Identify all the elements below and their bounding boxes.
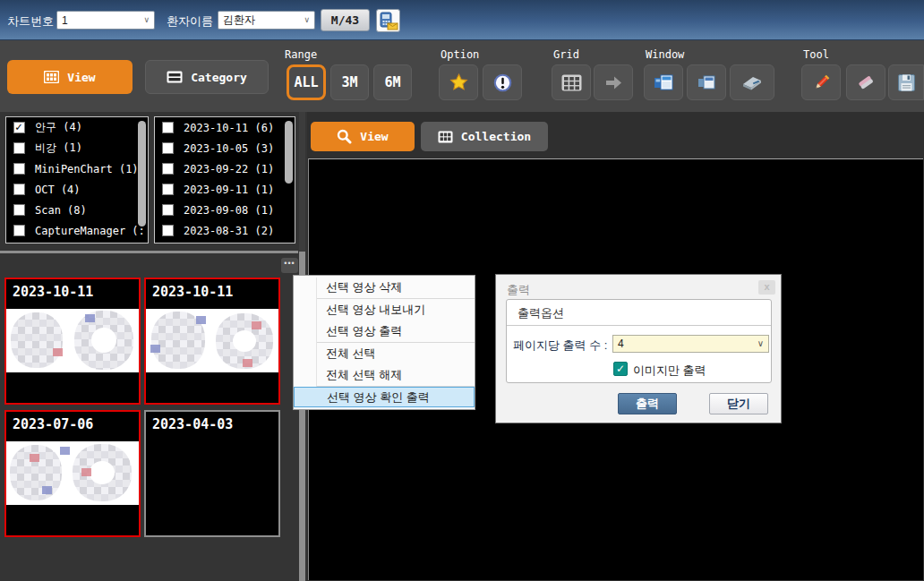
list-item[interactable]: 2023-10-05 (3) xyxy=(155,138,295,158)
patient-header-bar: 차트번호 1 ∨ 환자이름 김환자 ∨ M/43 xyxy=(0,0,924,40)
checkbox[interactable] xyxy=(162,163,174,175)
menu-item-confirm-print-selected[interactable]: 선택 영상 확인 출력 xyxy=(294,387,475,407)
tab-collection-label: Collection xyxy=(461,130,531,143)
list-item[interactable]: 2023-09-11 (1) xyxy=(155,179,295,200)
context-menu: 선택 영상 삭제 선택 영상 내보내기 선택 영상 출력 전체 선택 전체 선택… xyxy=(293,275,475,410)
panel-splitter xyxy=(0,251,298,253)
view-mode-button[interactable]: View xyxy=(7,60,133,94)
arrow-right-icon xyxy=(605,76,622,90)
menu-item-export-selected[interactable]: 선택 영상 내보내기 xyxy=(294,299,475,320)
checkbox[interactable] xyxy=(162,225,174,236)
checkbox[interactable] xyxy=(13,225,25,236)
thumbnail-unselected[interactable]: 2023-04-03 xyxy=(144,410,280,537)
date-list-scrollbar[interactable] xyxy=(285,121,293,184)
study-browser-panel: ✓ 안구 (4) 비강 (1) MiniPenChart (1) OCT (4)… xyxy=(0,112,307,581)
star-icon xyxy=(449,73,468,91)
eraser-tool-button[interactable] xyxy=(846,64,886,100)
main-toolbar: View Category Range ALL 3M 6M Option xyxy=(0,40,924,112)
menu-item-delete-selected[interactable]: 선택 영상 삭제 xyxy=(294,277,475,298)
tab-view-label: View xyxy=(360,130,388,143)
scanner-button[interactable] xyxy=(730,64,774,100)
close-button[interactable]: 닫기 xyxy=(709,393,768,414)
category-list-icon xyxy=(167,71,183,83)
checkbox[interactable]: ✓ xyxy=(13,122,25,133)
important-button[interactable] xyxy=(483,64,522,100)
pen-tool-button[interactable] xyxy=(801,64,841,100)
window-secondary-button[interactable] xyxy=(687,64,726,100)
search-icon xyxy=(337,129,352,144)
chevron-down-icon: ∨ xyxy=(143,16,150,24)
per-page-select[interactable]: 4 ∨ xyxy=(612,335,769,353)
chevron-down-icon: ∨ xyxy=(757,339,764,348)
close-icon[interactable]: x xyxy=(758,280,775,295)
list-item[interactable]: 2023-09-22 (1) xyxy=(155,158,295,179)
category-list-scrollbar[interactable] xyxy=(138,121,146,226)
more-options-button[interactable]: ••• xyxy=(281,258,298,273)
checkbox[interactable] xyxy=(13,184,25,195)
send-to-device-button[interactable] xyxy=(376,9,400,32)
patient-name-value: 김환자 xyxy=(223,13,255,28)
category-mode-button[interactable]: Category xyxy=(145,60,269,94)
image-only-checkbox[interactable]: ✓ xyxy=(613,362,628,376)
list-item[interactable]: MiniPenChart (1) xyxy=(6,158,148,179)
thumbnail-date: 2023-10-11 xyxy=(13,284,93,300)
grid-view-icon xyxy=(44,71,59,83)
list-item[interactable]: 2023-08-31 (2) xyxy=(155,220,295,241)
range-all-button[interactable]: ALL xyxy=(287,64,326,100)
list-item[interactable]: CaptureManager (: xyxy=(6,220,148,241)
checkbox[interactable] xyxy=(162,204,174,216)
menu-item-print-selected[interactable]: 선택 영상 출력 xyxy=(294,320,475,342)
tab-view[interactable]: View xyxy=(311,122,415,151)
thumbnail-selected[interactable]: 2023-10-11 xyxy=(144,278,280,405)
list-item[interactable]: Scan (8) xyxy=(6,200,148,220)
list-item[interactable]: 2023-09-08 (1) xyxy=(155,200,295,220)
option-section-label: Option xyxy=(441,48,479,61)
thumbnail-date: 2023-07-06 xyxy=(13,416,93,432)
window-primary-button[interactable] xyxy=(644,64,683,100)
checkbox[interactable] xyxy=(162,184,174,195)
eraser-icon xyxy=(856,73,876,91)
checkbox[interactable] xyxy=(13,142,25,154)
list-item[interactable]: OCT (4) xyxy=(6,179,148,200)
per-page-value: 4 xyxy=(618,337,624,350)
chart-number-select[interactable]: 1 ∨ xyxy=(56,11,155,30)
view-button-label: View xyxy=(67,71,95,84)
category-button-label: Category xyxy=(191,71,247,84)
category-filter-list: ✓ 안구 (4) 비강 (1) MiniPenChart (1) OCT (4)… xyxy=(5,116,149,244)
thumbnail-image xyxy=(146,309,278,372)
range-3m-button[interactable]: 3M xyxy=(330,64,369,100)
thumbnail-date: 2023-04-03 xyxy=(152,416,233,432)
list-item[interactable]: 비강 (1) xyxy=(6,138,148,158)
grid-section-label: Grid xyxy=(553,48,579,61)
tab-collection[interactable]: Collection xyxy=(421,122,548,151)
window-section-label: Window xyxy=(646,48,684,61)
menu-item-select-all[interactable]: 전체 선택 xyxy=(294,343,475,364)
list-item[interactable]: ✓ 안구 (4) xyxy=(6,117,148,138)
check-icon: ✓ xyxy=(616,363,625,375)
apply-grid-button[interactable] xyxy=(594,64,633,100)
image-only-label: 이미지만 출력 xyxy=(633,363,706,379)
chart-number-value: 1 xyxy=(62,14,68,27)
device-message-icon xyxy=(379,12,398,30)
print-button[interactable]: 출력 xyxy=(618,393,677,414)
tool-section-label: Tool xyxy=(803,48,829,61)
checkbox[interactable] xyxy=(162,142,174,154)
print-options-group: 출력옵션 페이지당 출력 수 : 4 ∨ ✓ 이미지만 출력 xyxy=(506,299,772,383)
save-tool-button[interactable] xyxy=(888,64,924,100)
thumbnail-image xyxy=(6,441,139,505)
range-6m-button[interactable]: 6M xyxy=(373,64,412,100)
application-window: 차트번호 1 ∨ 환자이름 김환자 ∨ M/43 xyxy=(0,0,924,581)
patient-name-select[interactable]: 김환자 ∨ xyxy=(218,11,315,30)
checkbox[interactable] xyxy=(13,163,25,175)
favorite-button[interactable] xyxy=(439,64,478,100)
list-item[interactable]: 2023-10-11 (6) xyxy=(155,117,295,138)
checkbox[interactable] xyxy=(13,204,25,216)
pen-icon xyxy=(812,73,831,92)
thumbnail-selected[interactable]: 2023-10-11 xyxy=(4,278,141,405)
checkbox[interactable] xyxy=(162,122,174,133)
grid-layout-button[interactable] xyxy=(552,64,591,100)
collection-grid-icon xyxy=(438,131,453,143)
menu-item-deselect-all[interactable]: 전체 선택 해제 xyxy=(294,364,475,386)
thumbnail-selected[interactable]: 2023-07-06 xyxy=(4,410,141,537)
chart-number-label: 차트번호 xyxy=(7,13,54,30)
